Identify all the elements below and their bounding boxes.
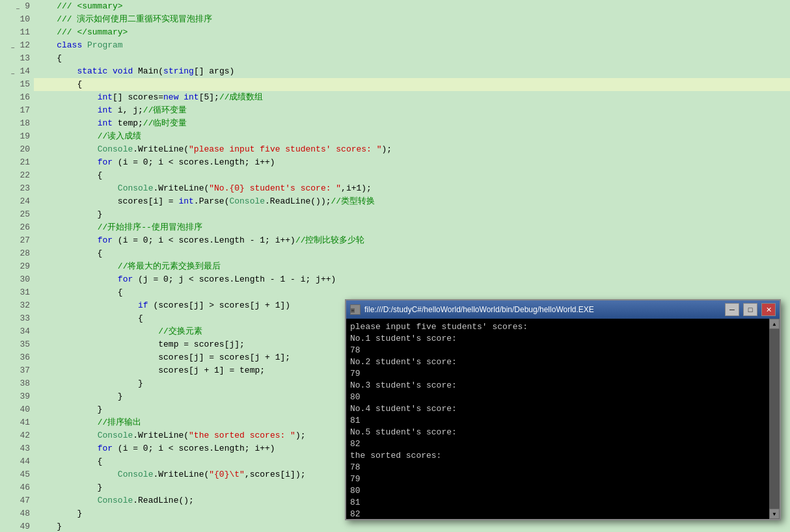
console-line: No.2 student's score: (350, 356, 765, 368)
console-line: 80 (350, 392, 765, 403)
line-num-17: 17 (10, 104, 30, 117)
console-title-text: file:///D:/studyC#/helloWorld/helloWorld… (364, 305, 721, 314)
console-titlebar[interactable]: ▣ file:///D:/studyC#/helloWorld/helloWor… (346, 300, 780, 319)
console-window: ▣ file:///D:/studyC#/helloWorld/helloWor… (345, 299, 781, 520)
code-line-24[interactable]: scores[i] = int.Parse(Console.ReadLine()… (34, 195, 790, 208)
code-line-19[interactable]: //读入成绩 (34, 130, 790, 143)
console-line: 82 (350, 509, 765, 519)
console-line: 78 (350, 462, 765, 473)
line-num-13: 13 (10, 52, 30, 65)
console-line: No.4 student's score: (350, 403, 765, 415)
line-num-32: 32 (10, 299, 30, 312)
code-line-13[interactable]: { (34, 52, 790, 65)
code-line-22[interactable]: { (34, 169, 790, 182)
console-line: 81 (350, 497, 765, 509)
line-num-38: 38 (10, 377, 30, 390)
line-num-9: −9 (16, 0, 30, 13)
code-line-21[interactable]: for (i = 0; i < scores.Length; i++) (34, 156, 790, 169)
line-num-31: 31 (10, 286, 30, 299)
console-title-icon: ▣ (350, 304, 361, 315)
fold-icon-12[interactable]: − (10, 42, 17, 49)
editor-area: −91011−1213−1415161718192021222324252627… (0, 0, 790, 532)
console-line: 79 (350, 473, 765, 485)
fold-icon-9[interactable]: − (16, 3, 22, 10)
line-num-20: 20 (10, 143, 30, 156)
code-line-18[interactable]: int temp;//临时变量 (34, 117, 790, 130)
scrollbar-up[interactable]: ▲ (769, 319, 780, 329)
minimize-button[interactable]: ─ (725, 303, 739, 316)
line-num-16: 16 (10, 91, 30, 104)
scrollbar-track[interactable] (769, 329, 780, 509)
line-num-46: 46 (10, 481, 30, 494)
line-num-48: 48 (10, 507, 30, 520)
close-button[interactable]: ✕ (761, 303, 776, 316)
console-line: 82 (350, 438, 765, 450)
code-line-9[interactable]: /// <summary> (34, 0, 790, 13)
line-num-29: 29 (10, 260, 30, 273)
line-num-25: 25 (10, 208, 30, 221)
console-line: 79 (350, 368, 765, 380)
console-line: No.5 student's score: (350, 427, 765, 438)
code-line-16[interactable]: int[] scores=new int[5];//成绩数组 (34, 91, 790, 104)
line-num-34: 34 (10, 325, 30, 338)
console-line: 80 (350, 485, 765, 497)
code-line-29[interactable]: //将最大的元素交换到最后 (34, 260, 790, 273)
line-num-47: 47 (10, 494, 30, 507)
console-line: 78 (350, 345, 765, 356)
line-num-33: 33 (10, 312, 30, 325)
console-line: No.1 student's score: (350, 333, 765, 345)
line-num-24: 24 (10, 195, 30, 208)
line-num-30: 30 (10, 273, 30, 286)
code-line-12[interactable]: class Program (34, 39, 790, 52)
console-scrollbar[interactable]: ▲ ▼ (769, 319, 780, 519)
console-line: please input five students' scores: (350, 321, 765, 333)
line-num-44: 44 (10, 455, 30, 468)
code-line-11[interactable]: /// </summary> (34, 26, 790, 39)
code-line-27[interactable]: for (i = 0; i < scores.Length - 1; i++)/… (34, 234, 790, 247)
line-num-27: 27 (10, 234, 30, 247)
line-num-45: 45 (10, 468, 30, 481)
line-num-49: 49 (10, 520, 30, 532)
line-num-39: 39 (10, 390, 30, 403)
code-line-25[interactable]: } (34, 208, 790, 221)
code-line-15[interactable]: { (34, 78, 790, 91)
line-num-22: 22 (10, 169, 30, 182)
line-num-19: 19 (10, 130, 30, 143)
line-num-15: 15 (10, 78, 30, 91)
console-line: the sorted scores: (350, 450, 765, 462)
code-line-10[interactable]: /// 演示如何使用二重循环实现冒泡排序 (34, 13, 790, 26)
code-line-17[interactable]: int i, j;//循环变量 (34, 104, 790, 117)
code-line-49[interactable]: } (34, 520, 790, 532)
line-num-23: 23 (10, 182, 30, 195)
restore-button[interactable]: □ (743, 303, 757, 316)
line-num-41: 41 (10, 416, 30, 429)
code-line-28[interactable]: { (34, 247, 790, 260)
console-line: 81 (350, 415, 765, 427)
fold-icon-14[interactable]: − (10, 68, 17, 75)
line-num-10: 10 (10, 13, 30, 26)
line-num-18: 18 (10, 117, 30, 130)
line-num-28: 28 (10, 247, 30, 260)
console-line: No.3 student's score: (350, 380, 765, 392)
line-numbers: −91011−1213−1415161718192021222324252627… (0, 0, 34, 532)
line-num-43: 43 (10, 442, 30, 455)
line-num-14: −14 (10, 65, 30, 78)
line-num-21: 21 (10, 156, 30, 169)
line-num-42: 42 (10, 429, 30, 442)
line-num-26: 26 (10, 221, 30, 234)
code-line-23[interactable]: Console.WriteLine("No.{0} student's scor… (34, 182, 790, 195)
line-num-35: 35 (10, 338, 30, 351)
code-line-14[interactable]: static void Main(string[] args) (34, 65, 790, 78)
line-num-11: 11 (10, 26, 30, 39)
console-content: please input five students' scores:No.1 … (350, 321, 776, 519)
line-num-40: 40 (10, 403, 30, 416)
code-line-26[interactable]: //开始排序--使用冒泡排序 (34, 221, 790, 234)
scrollbar-down[interactable]: ▼ (769, 509, 780, 519)
console-body: please input five students' scores:No.1 … (346, 319, 780, 519)
line-num-36: 36 (10, 351, 30, 364)
code-line-20[interactable]: Console.WriteLine("please input five stu… (34, 143, 790, 156)
code-line-30[interactable]: for (j = 0; j < scores.Length - 1 - i; j… (34, 273, 790, 286)
line-num-12: −12 (10, 39, 30, 52)
line-num-37: 37 (10, 364, 30, 377)
code-line-31[interactable]: { (34, 286, 790, 299)
